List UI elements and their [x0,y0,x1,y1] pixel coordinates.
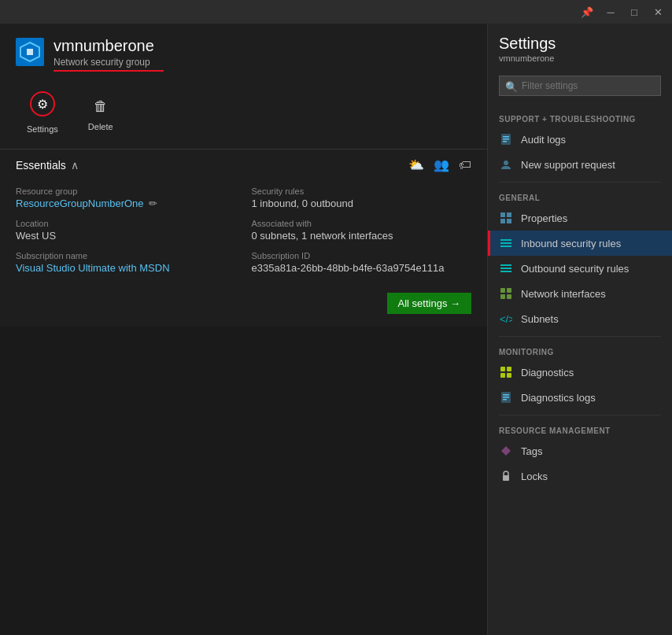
diagnostics-label: Diagnostics [521,367,574,378]
filter-settings-input[interactable] [499,76,661,96]
svg-rect-10 [500,219,505,223]
diagnostics-icon [499,365,513,379]
svg-rect-12 [500,239,511,241]
essentials-title: Essentials ∧ [16,159,79,172]
window-controls: 📌 ─ □ ✕ [579,4,666,20]
essentials-label: Essentials [16,159,66,172]
location-label: Location [16,219,236,228]
section-divider-general [499,182,661,183]
essentials-content: Resource group ResourceGroupNumberOne ✏ … [0,180,487,286]
locks-icon [499,469,513,483]
svg-rect-17 [500,271,511,272]
essentials-collapse-icon[interactable]: ∧ [71,159,79,172]
empty-area [0,327,487,635]
svg-rect-4 [503,136,509,138]
svg-rect-2 [27,49,33,55]
settings-title: Settings [499,35,661,53]
resource-group-label: Resource group [16,186,236,196]
settings-label: Settings [27,124,58,134]
settings-header: Settings vmnumberone [488,24,672,69]
delete-trash-icon: 🗑 [94,98,108,115]
settings-panel: Settings vmnumberone 🔍 SUPPORT + TROUBLE… [488,24,672,635]
svg-rect-28 [503,394,509,396]
svg-point-7 [504,161,508,165]
inbound-security-icon [499,236,513,250]
close-button[interactable]: ✕ [650,4,666,20]
svg-text:</>: </> [500,313,512,325]
svg-rect-16 [500,268,511,269]
cloud-icon[interactable]: ⛅ [408,157,424,172]
delete-toolbar-item[interactable]: 🗑 Delete [88,94,113,131]
resource-group-field: Resource group ResourceGroupNumberOne ✏ [16,186,236,209]
locks-label: Locks [521,471,548,482]
svg-rect-25 [500,373,505,378]
location-field: Location West US [16,219,236,242]
filter-wrap: 🔍 [488,69,672,104]
audit-logs-label: Audit logs [521,134,566,146]
svg-rect-26 [507,373,511,378]
subscription-id-value: e335a81a-26bb-48bb-b4fe-63a9754e111a [252,262,472,274]
support-request-icon [499,157,513,172]
svg-rect-8 [500,212,505,217]
resource-type: Network security group [54,57,471,68]
settings-item-properties[interactable]: Properties [488,205,672,231]
subscription-id-field: Subscription ID e335a81a-26bb-48bb-b4fe-… [252,251,472,274]
resource-underline [54,70,164,72]
svg-rect-14 [500,246,511,247]
svg-marker-31 [501,446,511,456]
subscription-name-label: Subscription name [16,251,236,260]
section-label-resource-management: RESOURCE MANAGEMENT [488,420,672,438]
delete-label: Delete [88,122,113,131]
settings-item-network-interfaces[interactable]: Network interfaces [488,281,672,306]
pin-button[interactable]: 📌 [579,4,595,20]
settings-item-locks[interactable]: Locks [488,463,672,489]
settings-item-diagnostics[interactable]: Diagnostics [488,360,672,385]
svg-rect-30 [503,399,507,401]
subnets-label: Subnets [521,313,559,325]
section-divider-resource-mgmt [499,415,661,415]
audit-logs-icon [499,132,513,146]
svg-rect-32 [503,475,509,481]
svg-rect-15 [500,264,511,266]
all-settings-button[interactable]: All settings → [387,293,471,314]
minimize-button[interactable]: ─ [603,4,618,20]
toolbar: ⚙ Settings 🗑 Delete [0,79,487,149]
nsg-icon [16,38,44,66]
outbound-security-icon [499,261,513,275]
svg-rect-6 [503,141,507,142]
network-interfaces-icon [499,286,513,301]
resource-group-edit-row: ResourceGroupNumberOne ✏ [16,198,236,209]
subscription-id-label: Subscription ID [252,251,472,260]
outbound-security-label: Outbound security rules [521,263,629,275]
resource-name: vmnumberone [54,36,471,55]
settings-item-audit-logs[interactable]: Audit logs [488,127,672,152]
security-rules-label: Security rules [252,186,472,196]
svg-rect-11 [507,219,511,223]
settings-toolbar-item[interactable]: ⚙ Settings [16,86,69,139]
security-rules-field: Security rules 1 inbound, 0 outbound [252,186,472,209]
settings-item-subnets[interactable]: </> Subnets [488,306,672,331]
properties-label: Properties [521,212,567,224]
subscription-name-value[interactable]: Visual Studio Ultimate with MSDN [16,262,236,274]
svg-rect-24 [507,367,511,371]
security-rules-value: 1 inbound, 0 outbound [252,198,472,209]
users-icon[interactable]: 👥 [434,157,449,172]
settings-item-diagnostics-logs[interactable]: Diagnostics logs [488,385,672,410]
settings-item-inbound-security[interactable]: Inbound security rules [488,231,672,256]
settings-subtitle: vmnumberone [499,54,661,63]
svg-rect-19 [507,288,511,293]
edit-icon[interactable]: ✏ [149,198,157,209]
svg-rect-9 [507,212,511,217]
resource-group-value[interactable]: ResourceGroupNumberOne [16,198,144,209]
settings-item-tags[interactable]: Tags [488,438,672,463]
resource-header: vmnumberone Network security group [0,24,487,79]
tag-icon[interactable]: 🏷 [459,158,471,172]
settings-item-outbound-security[interactable]: Outbound security rules [488,256,672,281]
location-value: West US [16,230,236,242]
svg-rect-20 [500,294,505,299]
associated-with-field: Associated with 0 subnets, 1 network int… [252,219,472,242]
svg-rect-18 [500,288,505,293]
section-label-support: SUPPORT + TROUBLESHOOTING [488,109,672,127]
settings-item-support-request[interactable]: New support request [488,152,672,177]
maximize-button[interactable]: □ [626,4,642,20]
